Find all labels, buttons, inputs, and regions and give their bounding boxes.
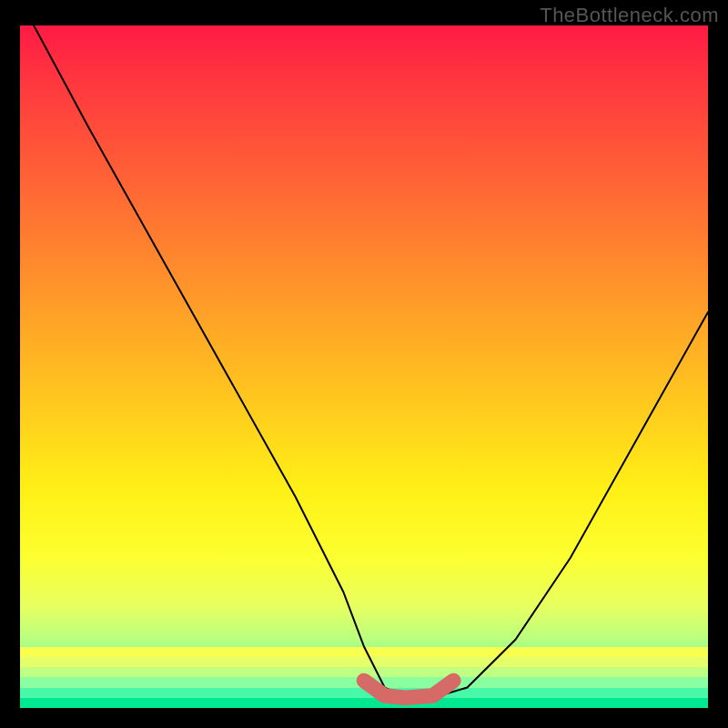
chart-frame: TheBottleneck.com xyxy=(0,0,728,728)
curve-svg xyxy=(20,25,708,708)
plot-area xyxy=(20,25,708,708)
black-curve-path xyxy=(34,25,708,698)
valley-marker-path xyxy=(364,681,453,698)
watermark-text: TheBottleneck.com xyxy=(540,4,719,27)
